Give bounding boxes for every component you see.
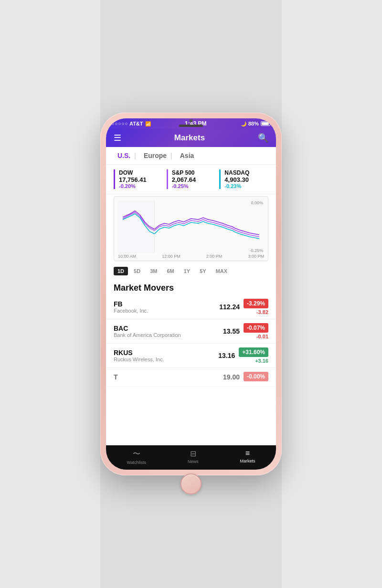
battery-icon [261,121,270,126]
time-btn-5y[interactable]: 5Y [196,267,210,275]
time-range-selector: 1D 5D 3M 6M 1Y 5Y MAX [106,263,276,279]
time-btn-6m[interactable]: 6M [163,267,178,275]
signal-dots [112,123,127,125]
nasdaq-name: NASDAQ [224,169,265,176]
time-btn-1y[interactable]: 1Y [180,267,194,275]
mover-bac-ticker: BAC [114,325,223,332]
market-movers-title: Market Movers [106,279,276,295]
mover-rkus-left: RKUS Ruckus Wireless, Inc. [114,349,218,362]
chart-area: 0.00% -0.25% [118,200,264,253]
search-icon[interactable]: 🔍 [258,133,268,143]
news-icon: ⊟ [190,449,196,458]
mover-rkus-ticker: RKUS [114,349,218,357]
markets-icon: ≡ [245,449,250,458]
mover-partial-pct: -0.00% [244,372,268,381]
mover-partial-left: T [114,373,223,381]
signal-dot-3 [118,123,121,125]
nasdaq-change: -0.23% [224,183,265,189]
sp-name: S&P 500 [172,169,212,176]
status-right: 🌙 88% [241,121,270,126]
nav-watchlists[interactable]: 〜 Watchlists [119,448,154,466]
mover-fb-price: 112.24 [219,303,240,311]
nav-watchlists-label: Watchlists [127,460,146,465]
dow-change: -0.20% [119,183,159,189]
mover-bac-name: Bank of America Corporation [114,332,223,338]
mover-rkus-pct: +31.60% [239,347,268,357]
mover-partial-ticker: T [114,373,223,381]
chart-y-labels: 0.00% -0.25% [249,200,263,253]
mover-fb-right: -3.29% -3.82 [244,299,268,315]
tab-us[interactable]: U.S. [114,151,140,160]
battery-pct-label: 88% [248,121,259,126]
phone-screen: AT&T 📶 1:43 PM 🌙 88% ☰ Markets 🔍 [106,118,276,470]
mover-fb-left: FB Facebook, Inc. [114,300,219,314]
time-btn-5d[interactable]: 5D [130,267,144,275]
index-dow[interactable]: DOW 17,756.41 -0.20% [114,169,163,189]
index-nasdaq[interactable]: NASDAQ 4,903.30 -0.23% [219,169,268,189]
mover-partial-right: -0.00% [244,372,268,382]
mover-row-rkus[interactable]: RKUS Ruckus Wireless, Inc. 13.16 +31.60%… [106,344,276,368]
mover-rkus-right: +31.60% +3.16 [239,347,268,364]
chart-x-1400: 2:00 PM [206,254,223,259]
index-sp500[interactable]: S&P 500 2,067.64 -0.25% [167,169,216,189]
mover-row-bac[interactable]: BAC Bank of America Corporation 13.55 -0… [106,319,276,344]
sp-change: -0.25% [172,183,212,189]
battery-fill [262,122,269,125]
moon-icon: 🌙 [241,121,246,126]
home-button[interactable] [180,473,202,494]
mover-row-fb[interactable]: FB Facebook, Inc. 112.24 -3.29% -3.82 [106,295,276,319]
dow-value: 17,756.41 [119,176,159,183]
tab-europe[interactable]: Europe [140,151,176,160]
mover-rkus-price: 13.16 [218,352,235,359]
signal-dot-1 [112,123,114,125]
chart-svg [118,200,264,253]
index-cards: DOW 17,756.41 -0.20% S&P 500 2,067.64 -0… [106,165,276,194]
mover-fb-name: Facebook, Inc. [114,308,219,314]
signal-dot-4 [122,123,124,125]
carrier-label: AT&T [129,121,143,126]
mover-fb-abs: -3.82 [256,309,268,315]
chart-y-bottom: -0.25% [249,248,263,253]
mover-bac-left: BAC Bank of America Corporation [114,325,223,338]
chart-x-1500: 3:00 PM [248,254,264,259]
tab-asia[interactable]: Asia [176,151,198,160]
chart-y-top: 0.00% [251,200,263,205]
phone-frame: AT&T 📶 1:43 PM 🌙 88% ☰ Markets 🔍 [100,113,282,475]
wifi-icon: 📶 [145,121,151,126]
signal-dot-2 [115,123,117,125]
mover-rkus-abs: +3.16 [255,358,268,364]
mover-bac-pct: -0.07% [244,323,268,333]
mover-partial-price: 19.00 [223,373,240,381]
sp-value: 2,067.64 [172,176,212,183]
mover-bac-price: 13.55 [223,327,240,335]
chart-x-labels: 10:00 AM 12:00 PM 2:00 PM 3:00 PM [118,253,264,259]
nav-news[interactable]: ⊟ News [180,448,206,466]
status-left: AT&T 📶 [112,121,151,126]
nasdaq-value: 4,903.30 [224,176,265,183]
dow-name: DOW [119,169,159,176]
mover-bac-abs: -0.01 [256,334,268,339]
mover-row-partial[interactable]: T 19.00 -0.00% [106,368,276,387]
svg-rect-0 [118,200,155,253]
mover-rkus-name: Ruckus Wireless, Inc. [114,357,218,362]
region-tabs: U.S. Europe Asia [106,147,276,165]
app-header: ☰ Markets 🔍 [106,129,276,147]
chart-x-1000: 10:00 AM [118,254,136,259]
time-btn-max[interactable]: MAX [212,267,231,275]
main-content: U.S. Europe Asia DOW 17,756.41 -0.20% S&… [106,147,276,445]
nav-markets[interactable]: ≡ Markets [232,448,263,466]
mover-fb-ticker: FB [114,300,219,308]
signal-dot-5 [125,123,127,125]
header-title: Markets [174,133,205,143]
nav-news-label: News [188,459,199,464]
watchlists-icon: 〜 [133,449,140,459]
nav-markets-label: Markets [240,459,255,463]
hamburger-icon[interactable]: ☰ [114,133,121,143]
mover-bac-right: -0.07% -0.01 [244,323,268,339]
time-btn-1d[interactable]: 1D [114,267,128,275]
bottom-nav: 〜 Watchlists ⊟ News ≡ Markets [106,445,276,470]
chart-container: 0.00% -0.25% 10:00 AM 12:00 PM 2:00 PM 3… [114,196,268,261]
mover-fb-pct: -3.29% [244,299,268,308]
time-btn-3m[interactable]: 3M [146,267,161,275]
chart-x-1200: 12:00 PM [162,254,180,259]
